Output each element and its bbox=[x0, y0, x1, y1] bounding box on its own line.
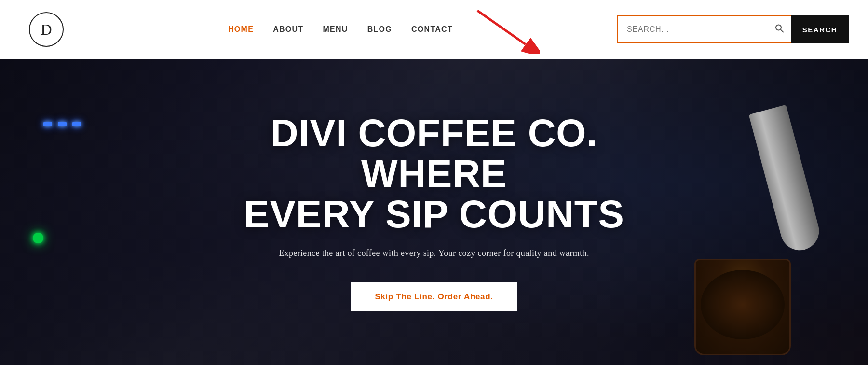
logo-icon: D bbox=[29, 12, 64, 47]
hero-subtitle: Experience the art of coffee with every … bbox=[217, 248, 651, 258]
hero-title: DIVI COFFEE CO. WHERE EVERY SIP COUNTS bbox=[217, 113, 651, 235]
led-blue-3 bbox=[72, 122, 81, 126]
led-blue-2 bbox=[58, 122, 67, 126]
search-input-wrapper bbox=[617, 15, 791, 43]
led-green bbox=[33, 233, 43, 243]
led-blue-1 bbox=[43, 122, 52, 126]
search-button[interactable]: SEARCH bbox=[791, 15, 849, 43]
coffee-cup-decor bbox=[694, 259, 791, 355]
header: D HOME ABOUT MENU BLOG CONTACT SEARCH bbox=[0, 0, 868, 59]
nav-item-blog[interactable]: BLOG bbox=[367, 25, 392, 34]
svg-line-1 bbox=[780, 29, 783, 32]
hero-content: DIVI COFFEE CO. WHERE EVERY SIP COUNTS E… bbox=[217, 113, 651, 311]
nav-item-menu[interactable]: MENU bbox=[323, 25, 348, 34]
search-area: SEARCH bbox=[617, 15, 849, 43]
main-nav: HOME ABOUT MENU BLOG CONTACT bbox=[228, 25, 453, 34]
svg-line-3 bbox=[477, 11, 526, 44]
hero-cta-button[interactable]: Skip The Line. Order Ahead. bbox=[351, 282, 517, 311]
search-input[interactable] bbox=[617, 15, 791, 43]
search-magnifier-icon[interactable] bbox=[774, 24, 784, 36]
nav-item-about[interactable]: ABOUT bbox=[273, 25, 303, 34]
logo-area[interactable]: D bbox=[29, 12, 64, 47]
led-lights bbox=[43, 122, 81, 126]
hero-section: DIVI COFFEE CO. WHERE EVERY SIP COUNTS E… bbox=[0, 59, 868, 365]
nav-item-home[interactable]: HOME bbox=[228, 25, 254, 34]
nav-item-contact[interactable]: CONTACT bbox=[411, 25, 453, 34]
red-arrow-icon bbox=[473, 6, 540, 54]
